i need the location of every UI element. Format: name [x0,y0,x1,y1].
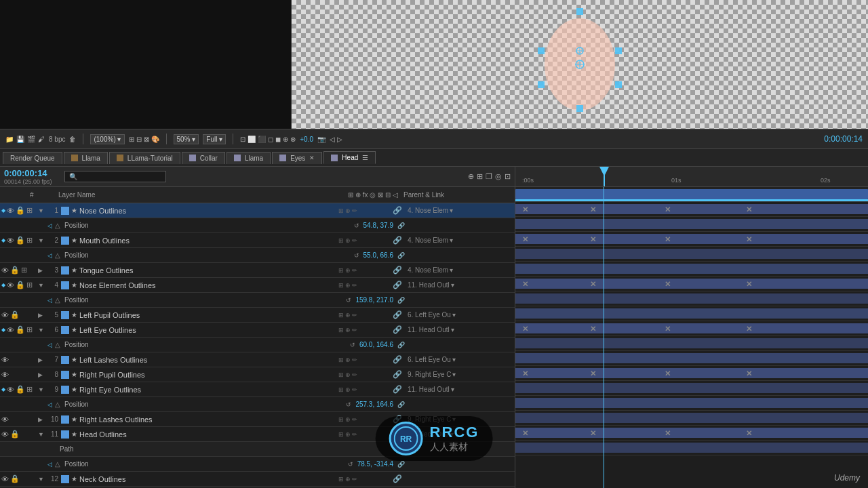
eye-icon[interactable]: 👁 [7,326,14,334]
solo-icon[interactable]: ◆ [1,327,5,333]
parent-dropdown[interactable]: 11. Head Outl ▾ [405,281,513,289]
star-icon[interactable]: ★ [71,430,77,438]
expand-btn[interactable]: ▼ [38,282,46,289]
eye-icon[interactable]: 👁 [7,237,14,245]
lock-icon[interactable]: 🔒 [10,266,20,274]
reset-icon[interactable]: ↺ [346,297,351,304]
tab-render-queue[interactable]: Render Queue [3,152,62,164]
expand-btn[interactable]: ▶ [38,312,46,319]
eye-icon[interactable]: 👁 [1,311,9,319]
expand-btn[interactable]: ▼ [38,386,46,393]
lock-icon[interactable]: 🔒 [16,206,25,215]
star-icon[interactable]: ★ [71,237,77,244]
tab-eyes[interactable]: Eyes ✕ [272,152,322,164]
copy-icon[interactable]: ❐ [486,172,492,181]
dropdown-arrow[interactable]: ▾ [451,386,454,393]
dropdown-arrow[interactable]: ▾ [452,311,456,319]
lock-icon[interactable]: 🔒 [16,236,25,245]
dropdown-arrow[interactable]: ▾ [451,326,454,333]
dropdown-arrow[interactable]: ▾ [450,266,453,274]
camera-icon[interactable]: 📷 [317,136,326,143]
tab-collar[interactable]: Collar [182,152,225,164]
star-icon[interactable]: ★ [71,356,77,363]
search-input[interactable] [64,171,166,182]
layer-row[interactable]: 👁 ▶ 8 ★ Right Pupil Outlines ⊞⊕✏ 🔗 9. Ri… [0,367,515,382]
keyframe-icon[interactable]: ◁ [47,297,52,304]
dropdown-arrow[interactable]: ▾ [451,281,454,289]
tab-llama-1[interactable]: Llama [64,152,108,164]
reset-icon[interactable]: ↺ [354,252,359,259]
parent-dropdown[interactable]: 4. Nose Elem ▾ [405,266,513,274]
star-icon[interactable]: ★ [71,311,77,319]
expand-btn[interactable]: ▼ [38,237,46,244]
tab-head-menu[interactable]: ☰ [362,154,368,161]
circle-icon[interactable]: ◎ [495,172,502,181]
expand-btn[interactable]: ▶ [38,267,46,274]
eye-icon[interactable]: 👁 [1,430,9,439]
layer-row[interactable]: 👁 ▶ 7 ★ Left Lashes Outlines ⊞⊕✏ 🔗 6. Le… [0,352,515,367]
tab-llama-2[interactable]: Llama [226,152,271,164]
tab-eyes-close[interactable]: ✕ [309,155,315,161]
reset-icon[interactable]: ↺ [354,222,359,229]
expand-btn[interactable]: ▼ [38,431,46,438]
brush-icon[interactable]: 🖌 [38,136,45,143]
expand-btn[interactable]: ▼ [38,476,46,483]
star-icon[interactable]: ★ [71,386,77,393]
eye-icon[interactable]: 👁 [7,281,14,289]
quality-select[interactable]: 50% ▾ [174,134,199,144]
eye-icon[interactable]: 👁 [1,475,9,483]
star-icon[interactable]: ★ [71,415,77,423]
eye-icon[interactable]: 👁 [1,266,9,274]
parent-dropdown[interactable]: 11. Head Outl ▾ [405,386,513,393]
lock-icon[interactable]: 🔒 [16,281,25,289]
keyframe-icon[interactable]: ◁ [47,222,52,229]
dropdown-arrow[interactable]: ▾ [452,371,456,378]
star-icon[interactable]: ★ [71,207,77,214]
tab-llama-tutorial[interactable]: LLama-Tutorial [109,152,180,164]
tab-head[interactable]: Head ☰ [323,151,376,164]
keyframe-icon[interactable]: ◁ [47,401,52,408]
layer-row[interactable]: ◆ 👁 🔒 ⊞ ▼ 1 ★ Nose Outlines ⊞⊕✏ 🔗 4. Nos… [0,203,515,218]
parent-dropdown[interactable]: 4. Nose Elem ▾ [405,237,513,244]
reset-icon[interactable]: ↺ [350,342,355,348]
lock-icon[interactable]: 🔒 [16,385,25,394]
expand-btn[interactable]: ▶ [38,416,46,423]
reset-icon[interactable]: ↺ [348,461,353,468]
solo-icon[interactable]: ◆ [1,207,5,214]
dropdown-arrow[interactable]: ▾ [452,356,456,363]
eye-icon[interactable]: 👁 [7,207,14,215]
comp-tools[interactable]: ⊕ [468,172,474,181]
parent-dropdown[interactable]: 11. Head Outl ▾ [405,326,513,333]
keyframe-icon[interactable]: ◁ [47,252,52,259]
layer-row[interactable]: 👁 🔒 ▶ 5 ★ Left Pupil Outlines ⊞⊕✏ 🔗 6. L… [0,308,515,323]
time-cursor[interactable] [604,167,605,186]
parent-dropdown[interactable]: 9. Right Eye C ▾ [405,371,513,378]
layer-row[interactable]: 👁 🔒 ⊞ ▶ 3 ★ Tongue Outlines ⊞⊕✏ 🔗 4. Nos… [0,263,515,278]
lock-icon[interactable]: 🔒 [16,325,25,334]
lock-icon[interactable]: 🔒 [10,310,20,319]
eye-icon[interactable]: 👁 [1,415,9,424]
save-icon[interactable]: 💾 [16,136,24,143]
solo-icon[interactable]: ◆ [1,386,5,392]
dropdown-arrow[interactable]: ▾ [450,237,453,244]
box-icon[interactable]: ⊡ [505,172,511,181]
star-icon[interactable]: ★ [71,326,77,333]
eye-icon[interactable]: 👁 [1,356,9,364]
parent-dropdown[interactable]: 6. Left Eye Ou ▾ [405,311,513,319]
eye-icon[interactable]: 👁 [1,371,9,379]
star-icon[interactable]: ★ [71,371,77,378]
layer-row[interactable]: ◆ 👁 🔒 ⊞ ▼ 9 ★ Right Eye Outlines ⊞⊕✏ 🔗 1… [0,382,515,397]
expand-btn[interactable]: ▼ [38,207,46,214]
star-icon[interactable]: ★ [71,281,77,289]
keyframe-icon[interactable]: ◁ [47,461,52,468]
layer-row[interactable]: ◆ 👁 🔒 ⊞ ▼ 4 ★ Nose Element Outlines ⊞⊕✏ … [0,278,515,293]
keyframe-icon[interactable]: ◁ [47,342,52,348]
lock-icon[interactable]: 🔒 [10,474,20,483]
star-icon[interactable]: ★ [71,475,77,483]
solo-icon[interactable]: ◆ [1,237,5,243]
eye-icon[interactable]: 👁 [7,386,14,394]
parent-dropdown[interactable]: 6. Left Eye Ou ▾ [405,356,513,363]
parent-dropdown[interactable]: 4. Nose Elem ▾ [405,207,513,214]
folder-icon[interactable]: 📁 [5,136,14,143]
grid-icon[interactable]: ⊞ [477,172,483,181]
